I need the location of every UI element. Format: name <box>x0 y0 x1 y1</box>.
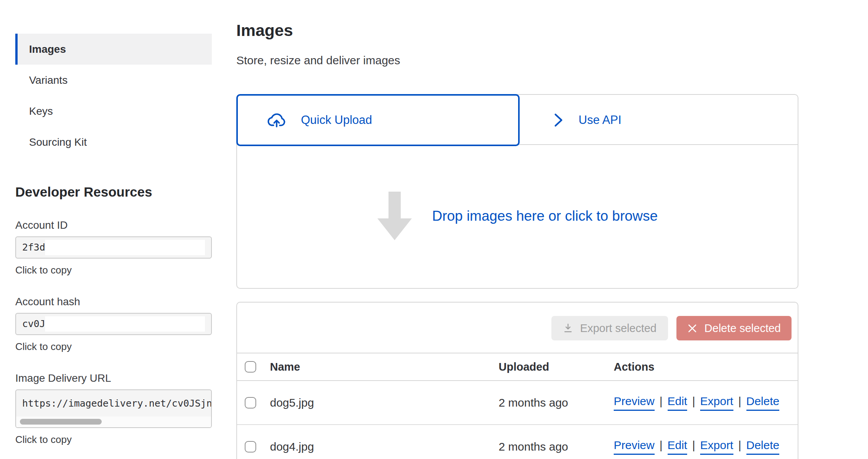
column-header-actions: Actions <box>614 361 798 373</box>
account-hash-value: cv0J <box>22 318 45 329</box>
action-separator: | <box>660 395 663 408</box>
action-separator: | <box>738 395 741 408</box>
upload-card: Quick Upload Use API Drop images here or… <box>236 94 798 289</box>
action-link-edit[interactable]: Edit <box>668 439 688 455</box>
column-header-uploaded: Uploaded <box>499 361 614 373</box>
table-row: dog4.jpg 2 months ago Preview | Edit | E… <box>237 425 798 459</box>
action-separator: | <box>738 439 741 452</box>
row-checkbox[interactable] <box>245 397 256 409</box>
row-actions: Preview | Edit | Export | Delete <box>614 395 798 411</box>
cloud-upload-icon <box>266 112 287 129</box>
row-actions: Preview | Edit | Export | Delete <box>614 439 798 455</box>
table-toolbar: Export selected Delete selected <box>237 303 798 353</box>
images-table-card: Export selected Delete selected Name Upl… <box>236 302 798 459</box>
image-delivery-url-label: Image Delivery URL <box>15 373 212 384</box>
select-all-checkbox[interactable] <box>245 361 256 373</box>
drop-arrow-icon <box>377 192 412 241</box>
tab-quick-upload[interactable]: Quick Upload <box>236 94 520 146</box>
delete-selected-button[interactable]: Delete selected <box>676 316 792 340</box>
scrollbar-thumb[interactable] <box>20 419 102 425</box>
upload-tab-row: Quick Upload Use API <box>237 95 798 145</box>
developer-resources-title: Developer Resources <box>15 185 212 199</box>
action-separator: | <box>692 439 695 452</box>
row-checkbox[interactable] <box>245 441 256 452</box>
app: Images Variants Keys Sourcing Kit Develo… <box>0 0 868 459</box>
dropzone[interactable]: Drop images here or click to browse <box>237 145 798 287</box>
upload-time: 2 months ago <box>499 396 614 409</box>
sidebar-item-label: Sourcing Kit <box>29 136 87 148</box>
action-link-export[interactable]: Export <box>700 439 733 455</box>
sidebar-item-label: Images <box>29 43 66 55</box>
account-id-label: Account ID <box>15 220 212 231</box>
horizontal-scrollbar[interactable] <box>16 417 211 427</box>
page-title: Images <box>236 22 293 39</box>
action-link-delete[interactable]: Delete <box>746 395 780 411</box>
download-icon <box>563 322 573 334</box>
account-id-copy-hint: Click to copy <box>15 265 212 275</box>
tab-use-api-label: Use API <box>579 113 621 127</box>
action-link-export[interactable]: Export <box>700 395 733 411</box>
delete-selected-label: Delete selected <box>704 322 781 335</box>
file-name: dog4.jpg <box>270 440 499 453</box>
image-delivery-url-copy-hint: Click to copy <box>15 435 212 444</box>
tab-use-api[interactable]: Use API <box>520 95 798 145</box>
action-link-delete[interactable]: Delete <box>746 439 780 455</box>
image-delivery-url-value: https://imagedelivery.net/cv0JSjn80 <box>16 390 211 417</box>
chevron-right-icon <box>553 113 563 127</box>
export-selected-button[interactable]: Export selected <box>551 316 668 340</box>
action-separator: | <box>692 395 695 408</box>
table-header: Name Uploaded Actions <box>237 353 798 381</box>
redaction-overlay <box>45 316 205 332</box>
column-header-name: Name <box>270 361 499 373</box>
sidebar-item-keys[interactable]: Keys <box>15 96 212 127</box>
table-row: dog5.jpg 2 months ago Preview | Edit | E… <box>237 381 798 425</box>
action-link-edit[interactable]: Edit <box>668 395 688 411</box>
action-separator: | <box>660 439 663 452</box>
account-hash-copy-hint: Click to copy <box>15 342 212 352</box>
sidebar-item-sourcing-kit[interactable]: Sourcing Kit <box>15 127 212 158</box>
dropzone-label: Drop images here or click to browse <box>432 208 658 224</box>
sidebar-item-label: Variants <box>29 74 68 86</box>
sidebar-item-images[interactable]: Images <box>15 34 212 65</box>
export-selected-label: Export selected <box>580 322 657 335</box>
account-hash-label: Account hash <box>15 296 212 307</box>
account-hash-field[interactable]: cv0J <box>15 313 212 335</box>
action-link-preview[interactable]: Preview <box>614 395 655 411</box>
redaction-overlay <box>45 240 205 255</box>
developer-resources-section: Developer Resources Account ID 2f3d Clic… <box>15 185 212 444</box>
page-subtitle: Store, resize and deliver images <box>236 55 400 66</box>
sidebar-item-label: Keys <box>29 105 53 117</box>
action-link-preview[interactable]: Preview <box>614 439 655 455</box>
account-id-value: 2f3d <box>22 242 45 253</box>
account-id-field[interactable]: 2f3d <box>15 236 212 259</box>
file-name: dog5.jpg <box>270 396 499 409</box>
image-delivery-url-field[interactable]: https://imagedelivery.net/cv0JSjn80 <box>15 389 212 428</box>
sidebar: Images Variants Keys Sourcing Kit <box>15 34 212 158</box>
sidebar-item-variants[interactable]: Variants <box>15 65 212 96</box>
upload-time: 2 months ago <box>499 440 614 453</box>
close-icon <box>687 323 697 334</box>
tab-quick-upload-label: Quick Upload <box>301 113 372 127</box>
